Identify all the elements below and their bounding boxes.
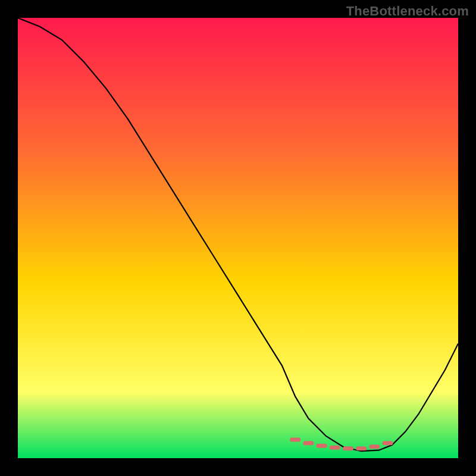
band-dash	[330, 446, 340, 450]
band-dash	[369, 444, 380, 449]
chart-frame: TheBottleneck.com	[0, 0, 476, 476]
gradient-background	[18, 18, 458, 458]
plot-area	[18, 18, 458, 458]
watermark-text: TheBottleneck.com	[346, 4, 469, 19]
band-dash	[383, 441, 393, 445]
band-dash	[303, 441, 314, 445]
band-dash	[343, 446, 353, 450]
band-dash	[356, 446, 367, 450]
band-dash	[317, 444, 327, 448]
band-dash	[290, 437, 300, 441]
plot-svg	[18, 18, 458, 458]
